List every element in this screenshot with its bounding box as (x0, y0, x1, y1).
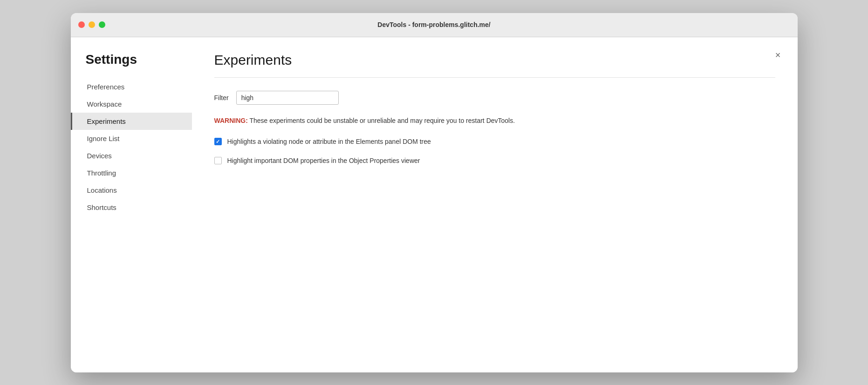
traffic-lights (78, 21, 105, 28)
sidebar-item-locations[interactable]: Locations (71, 182, 192, 199)
main-panel: × Experiments Filter WARNING: These expe… (192, 37, 798, 372)
sidebar-item-devices[interactable]: Devices (71, 147, 192, 164)
experiment-label-1: Highlights a violating node or attribute… (227, 137, 431, 147)
warning-label: WARNING: (214, 117, 248, 124)
experiment-checkbox-1[interactable] (214, 138, 222, 145)
minimize-traffic-light[interactable] (89, 21, 95, 28)
experiment-item-2: Highlight important DOM properties in th… (214, 156, 775, 166)
filter-input[interactable] (236, 91, 339, 105)
close-button[interactable]: × (773, 48, 783, 61)
window: DevTools - form-problems.glitch.me/ Sett… (71, 13, 798, 372)
close-traffic-light[interactable] (78, 21, 85, 28)
sidebar-item-workspace[interactable]: Workspace (71, 95, 192, 113)
section-divider (214, 77, 775, 78)
sidebar-item-experiments[interactable]: Experiments (71, 113, 192, 130)
filter-row: Filter (214, 91, 775, 105)
experiment-checkbox-2[interactable] (214, 157, 222, 164)
experiment-label-2: Highlight important DOM properties in th… (227, 156, 420, 166)
filter-label: Filter (214, 94, 229, 101)
maximize-traffic-light[interactable] (99, 21, 105, 28)
window-title: DevTools - form-problems.glitch.me/ (377, 21, 490, 28)
sidebar: Settings Preferences Workspace Experimen… (71, 37, 192, 372)
sidebar-item-throttling[interactable]: Throttling (71, 164, 192, 182)
sidebar-heading: Settings (71, 52, 192, 67)
experiment-item-1: Highlights a violating node or attribute… (214, 137, 775, 147)
warning-body: These experiments could be unstable or u… (249, 117, 515, 124)
content-area: Settings Preferences Workspace Experimen… (71, 37, 798, 372)
sidebar-nav: Preferences Workspace Experiments Ignore… (71, 78, 192, 216)
sidebar-item-shortcuts[interactable]: Shortcuts (71, 199, 192, 216)
sidebar-item-preferences[interactable]: Preferences (71, 78, 192, 95)
sidebar-item-ignore-list[interactable]: Ignore List (71, 130, 192, 147)
experiment-checkbox-wrapper-1[interactable]: Highlights a violating node or attribute… (214, 137, 431, 147)
warning-message: WARNING: These experiments could be unst… (214, 116, 775, 126)
titlebar: DevTools - form-problems.glitch.me/ (71, 13, 798, 37)
page-title: Experiments (214, 52, 775, 68)
experiment-checkbox-wrapper-2[interactable]: Highlight important DOM properties in th… (214, 156, 420, 166)
